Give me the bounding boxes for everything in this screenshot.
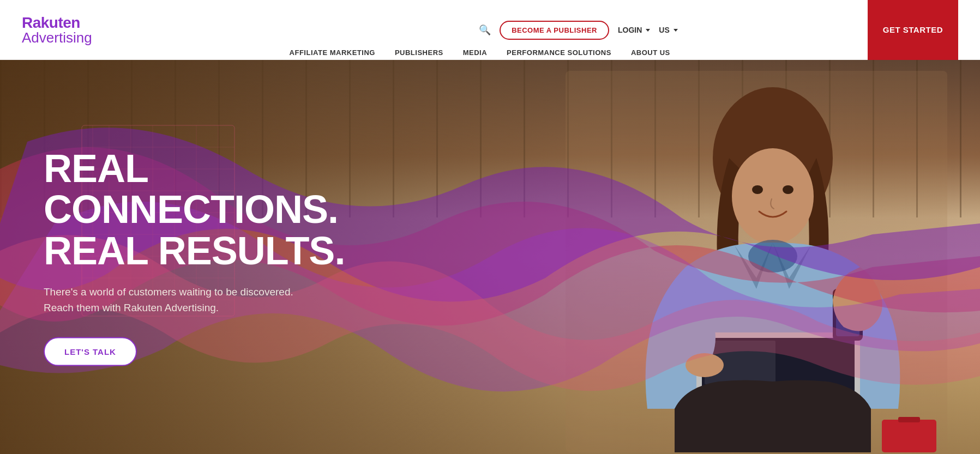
- svg-point-18: [732, 148, 814, 244]
- svg-rect-31: [898, 417, 920, 422]
- nav-item-about-us[interactable]: ABOUT US: [623, 45, 678, 60]
- svg-point-29: [686, 353, 724, 377]
- logo[interactable]: Rakuten Advertising: [22, 15, 92, 45]
- get-started-button[interactable]: GET STARTED: [868, 0, 958, 60]
- hero-section: REAL CONNECTIONS. REAL RESULTS. There's …: [0, 60, 980, 454]
- svg-point-19: [752, 185, 763, 194]
- svg-point-22: [748, 240, 797, 273]
- svg-rect-30: [882, 420, 936, 452]
- become-publisher-button[interactable]: BECOME A PUBLISHER: [500, 21, 609, 40]
- nav-item-media[interactable]: MEDIA: [455, 45, 495, 60]
- header-bottom-row: AFFILIATE MARKETING PUBLISHERS MEDIA PER…: [282, 45, 678, 60]
- header-top-row: 🔍 BECOME A PUBLISHER LOGIN US: [282, 21, 678, 45]
- search-icon[interactable]: 🔍: [479, 24, 491, 36]
- hero-subtitle: There's a world of customers waiting to …: [44, 284, 414, 316]
- login-button[interactable]: LOGIN: [618, 26, 650, 34]
- nav-item-affiliate-marketing[interactable]: AFFILIATE MARKETING: [282, 45, 383, 60]
- hero-subtitle-line2: Reach them with Rakuten Advertising.: [44, 301, 219, 313]
- hero-subtitle-line1: There's a world of customers waiting to …: [44, 286, 293, 298]
- hero-content: REAL CONNECTIONS. REAL RESULTS. There's …: [44, 148, 414, 366]
- nav-item-performance-solutions[interactable]: PERFORMANCE SOLUTIONS: [499, 45, 619, 60]
- hero-person-image: [566, 71, 947, 452]
- svg-point-20: [783, 185, 793, 194]
- header-nav: 🔍 BECOME A PUBLISHER LOGIN US AFFILIATE …: [282, 0, 678, 60]
- region-button[interactable]: US: [659, 26, 677, 34]
- nav-item-publishers[interactable]: PUBLISHERS: [387, 45, 451, 60]
- header: Rakuten Advertising 🔍 BECOME A PUBLISHER…: [0, 0, 980, 60]
- chevron-down-icon: [674, 29, 678, 32]
- chevron-down-icon: [646, 29, 650, 32]
- lets-talk-button[interactable]: LET'S TALK: [44, 337, 137, 366]
- hero-title: REAL CONNECTIONS. REAL RESULTS.: [44, 148, 414, 271]
- hero-title-line2: REAL RESULTS.: [44, 228, 345, 272]
- hero-title-line1: REAL CONNECTIONS.: [44, 146, 338, 231]
- logo-rakuten: Rakuten: [22, 15, 92, 31]
- logo-advertising: Advertising: [22, 31, 92, 45]
